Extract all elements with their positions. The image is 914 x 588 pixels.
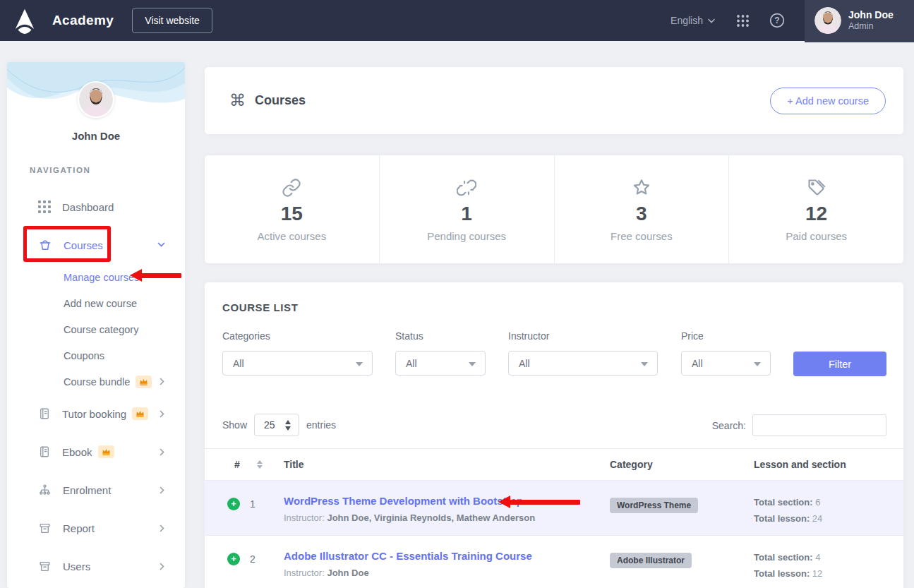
sidebar-item-coupons[interactable]: Coupons xyxy=(7,342,185,368)
page-size-select[interactable]: 25 xyxy=(254,414,299,436)
sidebar-item-courses[interactable]: Courses xyxy=(7,226,185,264)
stat-free-courses: 3 Free courses xyxy=(555,155,730,263)
course-list-card: COURSE LIST Categories All Status All In… xyxy=(205,282,903,588)
crown-icon xyxy=(136,376,152,388)
search-label: Search: xyxy=(712,420,746,431)
sidebar-item-label: Manage courses xyxy=(64,272,139,283)
sidebar-item-label: Course category xyxy=(64,324,138,335)
visit-website-button[interactable]: Visit website xyxy=(132,8,212,33)
lesson-section-cell: Total section: 6 Total lesson: 24 xyxy=(754,481,903,535)
chevron-right-icon xyxy=(160,563,165,570)
instructor-line: Instructor: John Doe xyxy=(284,568,610,578)
profile-name: John Doe xyxy=(7,130,185,142)
course-title-link[interactable]: Adobe Illustrator CC - Essentials Traini… xyxy=(284,550,532,562)
user-menu[interactable]: John Doe Admin xyxy=(805,0,914,42)
chevron-right-icon xyxy=(160,378,165,385)
chevron-right-icon xyxy=(160,448,165,456)
sidebar-item-course-category[interactable]: Course category xyxy=(7,316,185,342)
command-icon xyxy=(229,92,246,109)
categories-dropdown[interactable]: All xyxy=(222,351,373,376)
show-label: Show xyxy=(222,419,247,431)
category-badge: Adobe Illustrator xyxy=(610,553,692,568)
course-title-link[interactable]: WordPress Theme Development with Bootstr… xyxy=(284,495,523,507)
filter-price: Price All xyxy=(681,330,771,376)
user-avatar xyxy=(814,7,841,34)
navigation-section-label: NAVIGATION xyxy=(30,166,91,174)
chevron-down-icon xyxy=(157,242,165,248)
sidebar-item-ebook[interactable]: Ebook xyxy=(7,433,185,471)
instructor-dropdown[interactable]: All xyxy=(508,351,658,376)
instructor-names: John Doe, Virginia Reynolds, Mathew Ande… xyxy=(327,512,535,523)
svg-text:?: ? xyxy=(774,16,779,25)
stat-active-courses: 15 Active courses xyxy=(205,155,380,263)
column-header-lesson-section[interactable]: Lesson and section xyxy=(754,459,903,470)
total-section-label: Total section: xyxy=(754,552,813,563)
academy-logo[interactable] xyxy=(11,7,38,34)
filter-instructor: Instructor All xyxy=(508,330,658,376)
column-header-title[interactable]: Title xyxy=(284,459,610,470)
stat-paid-courses: 12 Paid courses xyxy=(729,155,903,263)
status-dropdown[interactable]: All xyxy=(395,351,486,376)
total-lesson-value: 12 xyxy=(812,568,822,579)
instructor-names: John Doe xyxy=(327,568,368,578)
apps-grid-icon[interactable] xyxy=(736,14,750,28)
dropdown-value: All xyxy=(519,358,530,369)
table-row: 1 WordPress Theme Development with Boots… xyxy=(205,481,903,536)
sidebar-item-tutor-booking[interactable]: Tutor booking xyxy=(7,395,185,433)
courses-basket-icon xyxy=(38,238,52,252)
link-icon xyxy=(282,176,301,198)
entries-label: entries xyxy=(306,419,336,431)
caret-down-icon xyxy=(356,362,363,366)
add-new-course-button[interactable]: + Add new course xyxy=(770,88,886,114)
sidebar-item-manage-courses[interactable]: Manage courses xyxy=(7,264,185,290)
column-header-category[interactable]: Category xyxy=(610,459,754,470)
language-selector[interactable]: English xyxy=(671,15,715,26)
help-icon[interactable]: ? xyxy=(769,13,785,28)
stat-value: 1 xyxy=(461,203,472,225)
sidebar-item-report[interactable]: Report xyxy=(7,509,185,547)
user-role: Admin xyxy=(848,21,894,32)
instructor-label: Instructor: xyxy=(284,568,325,578)
search-input[interactable] xyxy=(752,414,886,436)
profile-avatar xyxy=(78,81,114,118)
page-title: Courses xyxy=(255,93,306,108)
sidebar-item-enrolment[interactable]: Enrolment xyxy=(7,471,185,509)
filter-categories: Categories All xyxy=(222,330,373,376)
stat-value: 12 xyxy=(805,203,827,225)
archive-icon xyxy=(38,560,52,573)
total-section-value: 6 xyxy=(815,497,820,508)
filter-button[interactable]: Filter xyxy=(793,352,886,376)
stat-label: Pending courses xyxy=(427,230,506,242)
sort-icon[interactable] xyxy=(257,460,263,469)
dropdown-value: All xyxy=(692,358,703,369)
column-header-num[interactable]: # xyxy=(234,459,240,470)
price-dropdown[interactable]: All xyxy=(681,351,771,376)
filter-status: Status All xyxy=(395,330,486,376)
sidebar-item-label: Add new course xyxy=(64,298,137,309)
expand-row-button[interactable] xyxy=(227,553,240,565)
stat-value: 3 xyxy=(636,203,647,225)
sidebar-item-add-new-course[interactable]: Add new course xyxy=(7,290,185,316)
sidebar-nav: Dashboard Courses Manage courses Add new… xyxy=(7,188,185,585)
course-list-title: COURSE LIST xyxy=(222,301,298,313)
broken-link-icon xyxy=(457,176,476,198)
instructor-label: Instructor: xyxy=(284,512,325,523)
sidebar-item-dashboard[interactable]: Dashboard xyxy=(7,188,185,226)
instructor-line: Instructor: John Doe, Virginia Reynolds,… xyxy=(284,512,610,523)
sidebar-item-label: Coupons xyxy=(64,350,104,361)
crown-icon xyxy=(132,407,148,420)
filter-label: Status xyxy=(395,330,486,342)
chevron-down-icon xyxy=(708,18,715,23)
stat-label: Active courses xyxy=(258,230,327,242)
sidebar-item-users[interactable]: Users xyxy=(7,547,185,585)
courses-table: # Title Category Lesson and section 1 Wo… xyxy=(205,448,903,588)
category-badge: WordPress Theme xyxy=(610,498,698,513)
book-icon xyxy=(38,445,51,459)
sitemap-icon xyxy=(38,484,52,497)
expand-row-button[interactable] xyxy=(227,498,240,510)
page-size-value: 25 xyxy=(264,419,275,431)
book-icon xyxy=(38,407,51,421)
sidebar-item-course-bundle[interactable]: Course bundle xyxy=(7,368,185,395)
sidebar: John Doe NAVIGATION Dashboard Courses Ma… xyxy=(7,62,185,588)
top-navbar: Academy Visit website English ? John Doe… xyxy=(0,0,914,41)
